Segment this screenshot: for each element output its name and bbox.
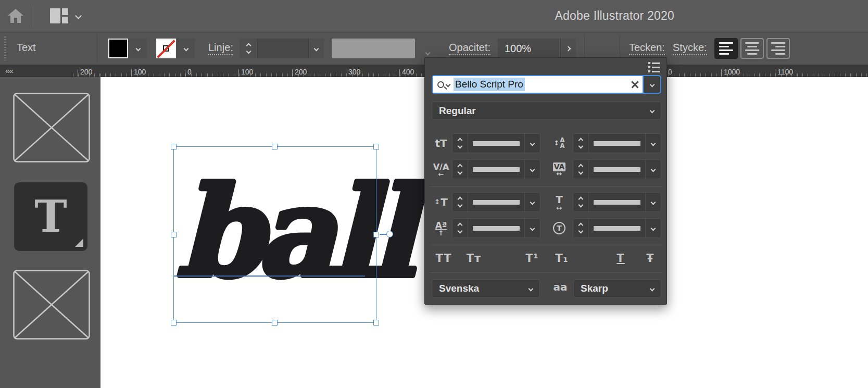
horizontal-scale-stepper[interactable] (573, 193, 589, 211)
align-left-icon (719, 42, 733, 55)
kerning-input[interactable] (468, 160, 524, 179)
language-value: Svenska (432, 283, 522, 294)
selection-type-label: Text (17, 42, 36, 54)
subscript-button[interactable]: T₁ (550, 249, 573, 267)
paragraph-panel-label[interactable]: Stycke: (673, 42, 707, 55)
small-caps-button[interactable]: Tᴛ (462, 249, 485, 267)
baseline-shift-dropdown[interactable] (524, 219, 540, 237)
character-rotation-dropdown[interactable] (645, 219, 661, 237)
chevron-down-icon (135, 46, 141, 51)
baseline-shift-input[interactable] (468, 219, 524, 237)
stroke-color-dropdown[interactable] (177, 39, 195, 58)
font-search-inner[interactable]: Bello Script Pro (433, 76, 627, 93)
chevron-down-icon (528, 286, 533, 291)
vertical-scale-input[interactable] (468, 193, 524, 211)
artboard-placeholder-thumbnail[interactable] (13, 270, 90, 340)
superscript-button[interactable]: T¹ (521, 249, 544, 267)
font-size-dropdown[interactable] (524, 134, 540, 153)
tracking-stepper[interactable] (573, 160, 589, 179)
selection-handle-nw[interactable] (171, 144, 177, 149)
vertical-scale-combo (452, 192, 540, 212)
all-caps-button[interactable]: TT (432, 249, 455, 267)
baseline-shift-stepper[interactable] (452, 219, 468, 237)
stroke-weight-input[interactable] (257, 39, 308, 58)
stroke-weight-dropdown[interactable] (308, 39, 324, 58)
leading-stepper[interactable] (573, 134, 589, 153)
vertical-scale-icon: ↕ T (432, 192, 450, 212)
selection-handle-se[interactable] (373, 320, 379, 326)
kerning-dropdown[interactable] (524, 160, 540, 179)
underline-button[interactable]: T (609, 249, 632, 267)
anti-aliasing-dropdown[interactable]: Skarp (573, 279, 661, 298)
font-size-icon: tT (432, 133, 450, 153)
tracking-input[interactable] (589, 160, 645, 179)
collapse-panel-icon[interactable]: «« (5, 66, 13, 75)
opacity-options-button[interactable] (560, 39, 576, 58)
vertical-scale-stepper[interactable] (452, 193, 468, 211)
horizontal-scale-combo (573, 192, 661, 212)
corner-triangle-icon (75, 239, 83, 247)
character-panel-label[interactable]: Tecken: (629, 42, 665, 55)
font-name-selected-text[interactable]: Bello Script Pro (454, 78, 525, 91)
panel-menu-icon[interactable] (648, 62, 660, 72)
chevron-down-icon[interactable] (446, 82, 451, 87)
leading-input[interactable] (589, 134, 645, 153)
fill-color-dropdown[interactable] (129, 39, 147, 58)
align-center-button[interactable] (740, 38, 764, 59)
font-list-dropdown[interactable] (643, 76, 660, 93)
selection-handle-n[interactable] (272, 144, 278, 149)
selection-handle-sw[interactable] (171, 320, 177, 326)
horizontal-scale-input[interactable] (589, 193, 645, 211)
font-size-input[interactable] (468, 134, 524, 153)
workspace-layout-icon[interactable] (50, 8, 69, 24)
workspace-chevron-down-icon[interactable] (75, 12, 82, 19)
stroke-color-swatch[interactable] (156, 39, 176, 58)
stroke-profile-dropdown[interactable] (332, 39, 415, 58)
text-tool-icon: T (34, 195, 67, 239)
font-size-stepper[interactable] (452, 134, 468, 153)
stroke-weight-stepper[interactable] (240, 39, 257, 58)
align-right-icon (771, 42, 785, 55)
anti-aliasing-icon: aa (551, 281, 569, 296)
title-bar: Adobe Illustrator 2020 (0, 0, 868, 32)
font-style-value: Regular (432, 105, 643, 117)
clear-search-icon[interactable] (627, 76, 643, 93)
align-right-button[interactable] (766, 38, 790, 59)
font-style-dropdown[interactable]: Regular (432, 102, 661, 120)
fill-color-swatch[interactable] (108, 39, 128, 58)
font-size-combo (452, 133, 540, 153)
leading-dropdown[interactable] (645, 134, 661, 153)
language-dropdown[interactable]: Svenska (432, 279, 540, 298)
opacity-input[interactable]: 100% (498, 39, 559, 58)
selection-bounding-box[interactable] (173, 146, 376, 323)
artboard-placeholder-thumbnail[interactable] (13, 93, 90, 162)
illustrator-window: Adobe Illustrator 2020 Text Linje: (0, 0, 868, 388)
horizontal-scale-dropdown[interactable] (645, 193, 661, 211)
selection-handle-s[interactable] (272, 320, 278, 326)
ruler-label: 200 (292, 68, 307, 76)
align-left-button[interactable] (714, 38, 738, 59)
strikethrough-button[interactable]: Ŧ (639, 249, 662, 267)
chevron-down-icon (649, 108, 655, 114)
corner-widget-circle[interactable] (386, 231, 393, 237)
ruler-label: 300 (346, 68, 360, 76)
opacity-label[interactable]: Opacitet: (449, 42, 490, 55)
selection-handle-e[interactable] (373, 232, 379, 237)
character-rotation-input[interactable] (589, 219, 645, 237)
tracking-dropdown[interactable] (645, 160, 661, 179)
kerning-icon: V/A ← (432, 159, 450, 179)
selection-handle-ne[interactable] (373, 144, 379, 149)
font-search-field[interactable]: Bello Script Pro (432, 75, 661, 94)
kerning-stepper[interactable] (452, 160, 468, 179)
selection-handle-w[interactable] (171, 232, 177, 237)
chevron-down-icon[interactable] (425, 51, 431, 56)
character-rotation-stepper[interactable] (573, 219, 589, 237)
text-tool-tile[interactable]: T (14, 182, 87, 251)
panel-divider (430, 186, 662, 187)
stroke-weight-label[interactable]: Linje: (208, 42, 233, 55)
widget-connector-line (380, 234, 387, 235)
toolbar-grip[interactable] (4, 36, 6, 60)
vertical-scale-dropdown[interactable] (524, 193, 540, 211)
leading-icon: ↕ AA (550, 133, 569, 153)
home-icon[interactable] (7, 7, 24, 24)
